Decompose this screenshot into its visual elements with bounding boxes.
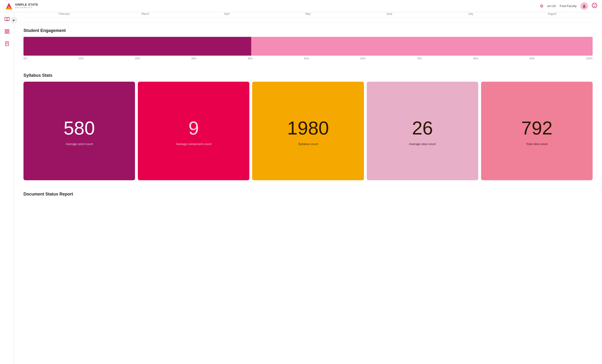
stat-label: Syllabus count	[298, 142, 318, 146]
chart-scroll-area: FebruaryMarchAprilMayJuneJulyAugust	[14, 12, 602, 22]
stat-number: 1980	[287, 119, 329, 137]
month-labels: FebruaryMarchAprilMayJuneJulyAugust	[23, 12, 593, 18]
stat-label: Average word count	[66, 142, 93, 146]
month-label: June	[349, 12, 430, 15]
user-name: Fred Faculty	[560, 4, 577, 8]
stat-card: 1980Syllabus count	[252, 82, 364, 180]
stat-label: Average view count	[409, 142, 436, 146]
percent-label: 60%	[360, 57, 366, 60]
percent-label: 10%	[78, 57, 84, 60]
logo-text: SIMPLE STATE UNIVERSITY	[15, 3, 38, 9]
percent-label: 70%	[417, 57, 422, 60]
top-navigation: SIMPLE STATE UNIVERSITY ⚙ en-US Fred Fac…	[0, 0, 602, 12]
engaged-segment	[23, 37, 251, 56]
settings-icon[interactable]: ⚙	[540, 3, 544, 9]
stat-card: 792Total view count	[481, 82, 593, 180]
stat-card: 26Average view count	[367, 82, 478, 180]
sidebar-item-course[interactable]	[4, 16, 10, 22]
main-content: FebruaryMarchAprilMayJuneJulyAugust Stud…	[14, 12, 602, 364]
percent-label: 40%	[248, 57, 253, 60]
feedback-icon[interactable]	[592, 3, 597, 10]
month-label: April	[186, 12, 268, 15]
logo-title: SIMPLE STATE	[15, 3, 38, 6]
svg-rect-7	[7, 30, 9, 31]
percent-labels: 0%10%20%30%40%50%60%70%80%90%100%	[23, 57, 593, 60]
logo-icon	[5, 2, 13, 10]
month-label: March	[105, 12, 186, 15]
stat-number: 580	[64, 119, 95, 137]
stat-label: Total view count	[526, 142, 548, 146]
document-status-section: Document Status Report	[14, 186, 602, 205]
svg-point-3	[592, 3, 597, 8]
percent-label: 100%	[586, 57, 593, 60]
percent-label: 80%	[473, 57, 478, 60]
syllabus-stats-section: Syllabus Stats 580Average word count9Ave…	[14, 67, 602, 186]
stat-label: Average component count	[176, 142, 212, 146]
percent-label: 50%	[304, 57, 309, 60]
percent-label: 90%	[530, 57, 535, 60]
month-label: February	[23, 12, 105, 15]
doc-status-title: Document Status Report	[23, 192, 593, 197]
svg-rect-8	[5, 32, 6, 33]
percent-label: 30%	[191, 57, 196, 60]
month-label: July	[430, 12, 511, 15]
avatar[interactable]	[580, 2, 588, 10]
month-label: May	[268, 12, 349, 15]
syllabus-stats-title: Syllabus Stats	[23, 73, 593, 78]
engagement-bar-container: 0%10%20%30%40%50%60%70%80%90%100%	[23, 37, 593, 60]
engagement-bar	[23, 37, 593, 56]
sidebar-toggle[interactable]: ▶	[11, 17, 17, 23]
svg-point-2	[583, 5, 585, 6]
engagement-title: Student Engagement	[23, 28, 593, 33]
logo-area: SIMPLE STATE UNIVERSITY	[5, 2, 38, 10]
month-label: August	[511, 12, 593, 15]
percent-label: 20%	[135, 57, 140, 60]
stat-number: 792	[521, 119, 552, 137]
stat-number: 26	[412, 119, 433, 137]
sidebar-item-reports[interactable]	[4, 40, 10, 47]
percent-label: 0%	[23, 57, 27, 60]
stat-card: 9Average component count	[138, 82, 249, 180]
logo-subtitle: UNIVERSITY	[15, 7, 38, 9]
language-selector[interactable]: en-US	[547, 4, 556, 8]
svg-rect-9	[7, 32, 9, 33]
stats-cards: 580Average word count9Average component …	[23, 82, 593, 180]
svg-rect-6	[5, 30, 6, 31]
sidebar-item-dashboard[interactable]	[4, 28, 10, 35]
topnav-right: ⚙ en-US Fred Faculty	[540, 2, 597, 10]
stat-card: 580Average word count	[23, 82, 135, 180]
student-engagement-section: Student Engagement 0%10%20%30%40%50%60%7…	[14, 22, 602, 67]
stat-number: 9	[189, 119, 199, 137]
chevron-right-icon: ▶	[13, 19, 15, 22]
not-engaged-segment	[251, 37, 593, 56]
sidebar: ▶	[0, 12, 14, 364]
